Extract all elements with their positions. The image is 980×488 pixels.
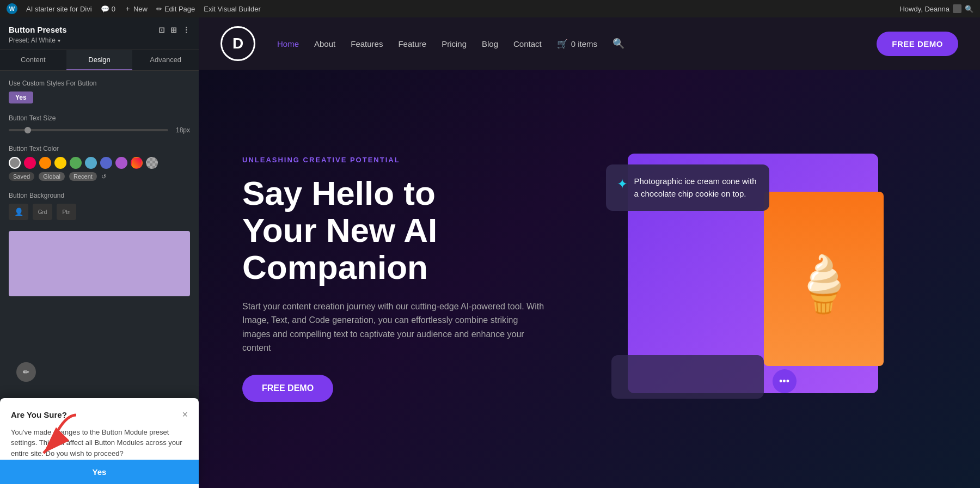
panel-title-text: Button Presets xyxy=(9,25,67,34)
preview-box xyxy=(9,231,190,296)
ai-prompt-text: Photographic ice cream cone with a choco… xyxy=(634,175,758,200)
comment-count: 0 xyxy=(112,5,115,13)
cart-count: 0 items xyxy=(571,39,597,48)
edit-button[interactable]: ✏ xyxy=(16,362,36,382)
tab-advanced[interactable]: Advanced xyxy=(132,50,199,70)
site-header: D Home About Features Feature Pricing Bl… xyxy=(199,17,980,70)
color-swatch-yellow[interactable] xyxy=(54,157,66,169)
bg-pattern-btn[interactable]: Ptn xyxy=(57,204,76,220)
bg-label: Button Background xyxy=(9,192,190,199)
nav-contact[interactable]: Contact xyxy=(513,39,542,48)
panel-subtitle: Preset: AI White ▾ xyxy=(9,36,190,44)
comment-icon: 💬 xyxy=(101,5,109,13)
tab-design[interactable]: Design xyxy=(66,50,133,70)
text-size-value: 18px xyxy=(174,126,190,134)
custom-styles-group: Use Custom Styles For Button Yes xyxy=(9,80,190,103)
toggle-row: Yes xyxy=(9,91,190,103)
color-swatch-green[interactable] xyxy=(70,157,82,169)
preset-global[interactable]: Global xyxy=(39,172,65,181)
site-name[interactable]: AI starter site for Divi xyxy=(26,5,92,13)
ai-visual: ✦ Photographic ice cream cone with a cho… xyxy=(606,148,878,410)
panel-title: Button Presets ⊡ ⊞ ⋮ xyxy=(9,25,190,34)
text-color-group: Button Text Color Saved Global Re xyxy=(9,145,190,181)
nav-features[interactable]: Features xyxy=(351,39,383,48)
text-size-label: Button Text Size xyxy=(9,114,190,122)
preset-label: Preset: AI White xyxy=(9,36,56,44)
panel-header: Button Presets ⊡ ⊞ ⋮ Preset: AI White ▾ xyxy=(0,17,199,50)
preset-saved[interactable]: Saved xyxy=(9,172,34,181)
dots-button[interactable]: ••• xyxy=(773,369,797,393)
hero-description: Start your content creation journey with… xyxy=(242,300,547,355)
color-presets-row: Saved Global Recent ↺ xyxy=(9,172,190,181)
slider-thumb xyxy=(24,127,31,133)
pencil-icon: ✏ xyxy=(156,5,162,13)
color-swatch-custom[interactable] xyxy=(146,157,158,169)
nav-cart[interactable]: 🛒 0 items xyxy=(557,39,597,49)
site-logo[interactable]: D xyxy=(220,26,255,61)
wp-logo-icon[interactable]: W xyxy=(7,3,17,14)
pencil-icon: ✏ xyxy=(23,368,29,376)
user-menu[interactable]: Howdy, Deanna 🔍 xyxy=(899,4,973,13)
preset-recent[interactable]: Recent xyxy=(69,172,97,181)
chevron-down-icon: ▾ xyxy=(58,38,60,44)
hero-tag: UNLEASHING CREATIVE POTENTIAL xyxy=(242,156,547,164)
hero-section: UNLEASHING CREATIVE POTENTIAL Say Hello … xyxy=(199,70,980,488)
edit-page-button[interactable]: ✏ Edit Page xyxy=(156,5,195,13)
ice-cream-icon: 🍦 xyxy=(789,252,857,316)
right-content: D Home About Features Feature Pricing Bl… xyxy=(199,17,980,488)
confirm-close-button[interactable]: × xyxy=(182,409,188,420)
nav-about[interactable]: About xyxy=(314,39,335,48)
more-icon[interactable]: ⋮ xyxy=(182,26,190,34)
plus-icon: ＋ xyxy=(124,4,131,14)
nav-blog[interactable]: Blog xyxy=(482,39,498,48)
confirm-message: You've made changes to the Button Module… xyxy=(11,427,188,459)
color-swatch-teal[interactable] xyxy=(85,157,97,169)
search-icon[interactable]: 🔍 xyxy=(965,5,973,13)
tab-content[interactable]: Content xyxy=(0,50,66,70)
color-swatch-gradient[interactable] xyxy=(131,157,143,169)
wp-admin-bar: W AI starter site for Divi 💬 0 ＋ New ✏ E… xyxy=(0,0,980,17)
panel-tabs: Content Design Advanced xyxy=(0,50,199,71)
custom-styles-label: Use Custom Styles For Button xyxy=(9,80,190,87)
text-size-slider[interactable] xyxy=(9,129,168,131)
custom-styles-toggle[interactable]: Yes xyxy=(9,91,33,103)
color-swatch-blue[interactable] xyxy=(100,157,112,169)
panel-title-icons: ⊡ ⊞ ⋮ xyxy=(158,26,190,34)
bg-gradient-btn[interactable]: Grd xyxy=(33,204,52,220)
confirm-yes-button[interactable]: Yes xyxy=(0,460,199,484)
avatar xyxy=(953,4,961,13)
nav-home[interactable]: Home xyxy=(277,39,299,48)
responsive-icon[interactable]: ⊡ xyxy=(158,26,165,34)
button-background-group: Button Background 👤 Grd Ptn xyxy=(9,192,190,220)
nav-pricing[interactable]: Pricing xyxy=(442,39,467,48)
hero-cta-button[interactable]: FREE DEMO xyxy=(242,375,333,402)
bg-icon-btn[interactable]: 👤 xyxy=(9,204,28,220)
site-cta-button[interactable]: FREE DEMO xyxy=(877,32,958,56)
layout-icon[interactable]: ⊞ xyxy=(170,26,177,34)
comment-bubble[interactable]: 💬 0 xyxy=(101,5,115,13)
color-swatch-red[interactable] xyxy=(24,157,36,169)
slider-row: 18px xyxy=(9,126,190,134)
color-swatch-orange[interactable] xyxy=(39,157,51,169)
ai-prompt-card: ✦ Photographic ice cream cone with a cho… xyxy=(606,164,769,211)
nav-feature[interactable]: Feature xyxy=(398,39,426,48)
ice-cream-image: 🍦 xyxy=(764,192,884,366)
site-nav: Home About Features Feature Pricing Blog… xyxy=(277,38,855,50)
color-swatch-gray[interactable] xyxy=(9,157,21,169)
exit-builder-button[interactable]: Exit Visual Builder xyxy=(204,5,261,13)
cart-icon: 🛒 xyxy=(557,39,568,49)
hero-title: Say Hello to Your New AI Companion xyxy=(242,175,547,286)
color-swatches xyxy=(9,157,190,169)
new-button[interactable]: ＋ New xyxy=(124,4,148,14)
text-color-label: Button Text Color xyxy=(9,145,190,152)
confirm-header: Are You Sure? × xyxy=(11,409,188,420)
text-size-group: Button Text Size 18px xyxy=(9,114,190,134)
nav-search-icon[interactable]: 🔍 xyxy=(612,38,624,50)
hero-left: UNLEASHING CREATIVE POTENTIAL Say Hello … xyxy=(242,156,547,402)
reset-icon[interactable]: ↺ xyxy=(101,173,106,180)
color-swatch-purple[interactable] xyxy=(115,157,127,169)
confirm-title: Are You Sure? xyxy=(11,410,67,419)
main-layout: Button Presets ⊡ ⊞ ⋮ Preset: AI White ▾ … xyxy=(0,17,980,488)
sparkle-icon: ✦ xyxy=(617,176,628,192)
left-panel: Button Presets ⊡ ⊞ ⋮ Preset: AI White ▾ … xyxy=(0,17,199,488)
